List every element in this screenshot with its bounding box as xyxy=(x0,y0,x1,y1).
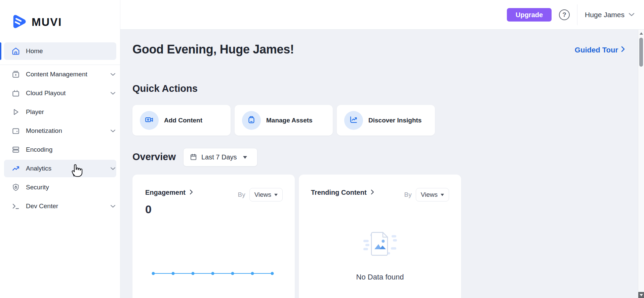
scroll-down-icon xyxy=(640,294,643,296)
wallet-icon xyxy=(11,126,20,135)
sidebar-item-label: Security xyxy=(26,184,49,191)
chevron-down-icon xyxy=(110,203,116,209)
sidebar: MUVI Home xyxy=(0,0,120,298)
trending-title: Trending Content xyxy=(311,189,367,196)
trending-content-panel: Trending Content By Views xyxy=(299,175,461,298)
user-name: Huge James xyxy=(585,11,625,19)
icon-circle xyxy=(344,111,363,130)
quick-action-label: Manage Assets xyxy=(266,117,313,124)
sidebar-item-label: Encoding xyxy=(26,146,52,153)
chevron-down-icon xyxy=(110,128,116,134)
by-label: By xyxy=(404,191,411,198)
sidebar-item-label: Home xyxy=(26,47,43,55)
top-header: Upgrade ? Huge James xyxy=(120,0,644,30)
guided-tour-label: Guided Tour xyxy=(575,46,618,54)
home-icon xyxy=(11,47,20,55)
sidebar-item-cloud-playout[interactable]: Cloud Playout xyxy=(0,84,120,102)
tv-icon xyxy=(11,89,20,98)
sidebar-item-monetization[interactable]: Monetization xyxy=(0,122,120,140)
chevron-right-icon xyxy=(190,189,193,196)
by-label: By xyxy=(238,191,245,198)
sidebar-item-analytics[interactable]: Analytics xyxy=(0,160,120,177)
trending-views-dropdown[interactable]: Views xyxy=(416,188,449,201)
engagement-panel: Engagement By Views 0 xyxy=(132,175,295,298)
chevron-right-icon xyxy=(621,46,625,54)
scroll-down-button[interactable] xyxy=(638,292,644,298)
add-content-card[interactable]: Add Content xyxy=(132,105,231,136)
sidebar-item-label: Monetization xyxy=(26,127,62,135)
chevron-down-icon xyxy=(110,90,116,96)
icon-circle xyxy=(242,111,261,130)
guided-tour-link[interactable]: Guided Tour xyxy=(575,46,625,54)
chevron-down-icon xyxy=(110,165,116,172)
chevron-down-icon xyxy=(629,12,635,18)
trend-up-icon xyxy=(11,164,20,173)
sidebar-item-security[interactable]: Security xyxy=(0,179,120,196)
vertical-scrollbar xyxy=(638,30,644,298)
views-value: Views xyxy=(421,191,438,198)
sidebar-item-label: Analytics xyxy=(26,165,51,172)
quick-action-label: Add Content xyxy=(164,117,202,124)
engagement-total: 0 xyxy=(145,203,152,216)
play-icon xyxy=(11,108,20,116)
no-data-text: No Data found xyxy=(356,273,404,282)
no-data-image-icon xyxy=(363,231,398,259)
sidebar-item-content-management[interactable]: Content Management xyxy=(0,66,120,83)
sidebar-item-label: Cloud Playout xyxy=(26,89,66,97)
shield-lock-icon xyxy=(11,183,20,192)
user-menu[interactable]: Huge James xyxy=(585,11,635,19)
engagement-line-chart xyxy=(151,269,274,277)
sidebar-item-encoding[interactable]: Encoding xyxy=(0,141,120,158)
page-greeting: Good Evening, Huge James! xyxy=(132,42,294,57)
engagement-title: Engagement xyxy=(145,189,186,196)
scroll-up-button[interactable] xyxy=(638,31,644,36)
date-range-value: Last 7 Days xyxy=(201,153,237,161)
icon-circle xyxy=(140,111,159,130)
video-plus-icon xyxy=(145,115,154,126)
terminal-icon xyxy=(11,202,20,211)
dropdown-arrow-icon xyxy=(441,194,444,196)
quick-actions-row: Add Content Manage Assets xyxy=(132,105,435,136)
empty-state: No Data found xyxy=(299,231,461,282)
quick-actions-title: Quick Actions xyxy=(132,83,198,94)
chevron-right-icon xyxy=(371,189,374,196)
sidebar-item-player[interactable]: Player xyxy=(0,103,120,121)
insights-chart-icon xyxy=(349,115,358,126)
date-range-dropdown[interactable]: Last 7 Days xyxy=(183,148,257,166)
dropdown-arrow-icon xyxy=(274,194,278,196)
dropdown-arrow-icon xyxy=(243,156,247,159)
active-indicator xyxy=(0,42,1,60)
header-divider xyxy=(577,4,577,25)
views-value: Views xyxy=(254,191,271,198)
overview-title: Overview xyxy=(132,151,176,162)
engagement-views-dropdown[interactable]: Views xyxy=(249,188,283,201)
sidebar-item-home[interactable]: Home xyxy=(0,42,120,60)
calendar-icon xyxy=(190,153,197,162)
muvi-logo-icon xyxy=(10,13,28,32)
server-stack-icon xyxy=(11,145,20,154)
help-icon[interactable]: ? xyxy=(559,9,570,20)
muvi-logo[interactable]: MUVI xyxy=(10,13,62,32)
brand-name: MUVI xyxy=(32,16,62,29)
scrollbar-thumb[interactable] xyxy=(639,38,643,67)
sidebar-divider xyxy=(0,65,120,65)
muvi-dashboard: Upgrade ? Huge James MUVI xyxy=(0,0,644,298)
engagement-title-link[interactable]: Engagement xyxy=(145,189,193,196)
upgrade-button[interactable]: Upgrade xyxy=(507,8,552,22)
sidebar-item-label: Dev Center xyxy=(26,202,58,210)
discover-insights-card[interactable]: Discover Insights xyxy=(337,105,435,136)
sidebar-item-dev-center[interactable]: Dev Center xyxy=(0,197,120,215)
sidebar-item-label: Content Management xyxy=(26,71,87,78)
content-management-icon xyxy=(11,70,20,79)
scroll-up-icon xyxy=(640,32,643,35)
sidebar-item-label: Player xyxy=(26,108,44,116)
chevron-down-icon xyxy=(110,71,116,77)
quick-action-label: Discover Insights xyxy=(368,117,421,124)
assets-icon xyxy=(247,115,256,126)
manage-assets-card[interactable]: Manage Assets xyxy=(235,105,333,136)
trending-title-link[interactable]: Trending Content xyxy=(311,189,374,196)
